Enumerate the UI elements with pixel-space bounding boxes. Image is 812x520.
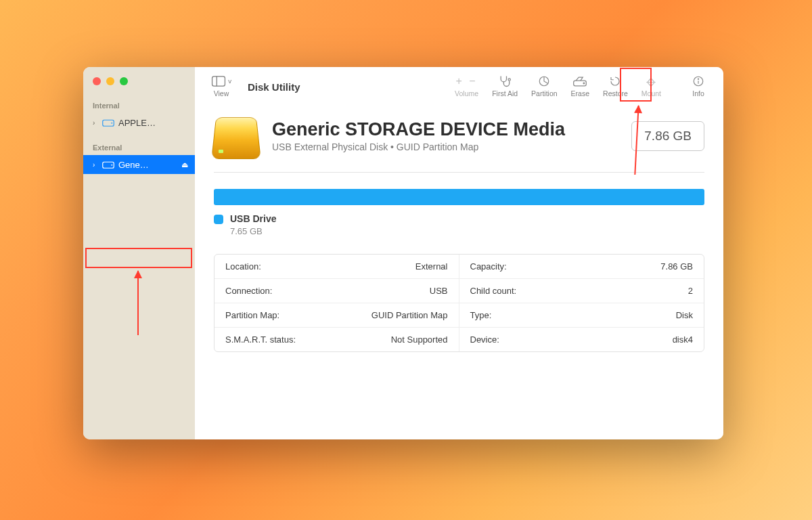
external-disk-icon: [214, 114, 258, 158]
divider: [214, 172, 704, 173]
disk-icon: [102, 160, 114, 169]
info-row: Location:External: [215, 255, 459, 279]
volume-add-remove-button[interactable]: + − Volume: [449, 72, 484, 100]
info-button[interactable]: Info: [684, 72, 713, 100]
sidebar-item-label: APPLE…: [118, 118, 188, 128]
chevron-right-icon: ›: [93, 119, 99, 127]
eraser-disk-icon: [572, 74, 587, 89]
info-row: Child count:2: [459, 279, 704, 303]
pie-chart-icon: [538, 74, 550, 89]
info-row: Device:disk4: [459, 328, 704, 351]
window-title: Disk Utility: [248, 81, 300, 93]
mount-button[interactable]: Mount: [636, 72, 667, 100]
svg-point-3: [111, 165, 112, 166]
disk-icon: [102, 118, 114, 127]
svg-rect-4: [212, 77, 225, 86]
sidebar-item-label: Gene…: [118, 160, 179, 170]
info-table: Location:External Capacity:7.86 GB Conne…: [214, 254, 704, 352]
sidebar-section-internal: Internal: [83, 98, 195, 112]
close-window-button[interactable]: [93, 77, 101, 85]
sidebar-section-external: External: [83, 139, 195, 154]
svg-point-13: [698, 79, 698, 79]
erase-button[interactable]: Erase: [566, 72, 595, 100]
volume-size: 7.65 GB: [230, 226, 276, 236]
info-icon: [692, 74, 704, 89]
sidebar-item-internal-disk[interactable]: › APPLE…: [83, 113, 195, 132]
info-row: Connection:USB: [215, 279, 459, 303]
zoom-window-button[interactable]: [120, 77, 128, 85]
chevron-down-icon: ⅴ: [228, 78, 231, 85]
svg-point-6: [508, 79, 510, 81]
capacity-badge: 7.86 GB: [631, 121, 704, 151]
plus-minus-icon: + −: [456, 74, 478, 89]
disk-utility-window: Internal › APPLE… External › Gene… ⏏: [83, 67, 723, 439]
restore-button[interactable]: Restore: [597, 72, 633, 100]
volume-legend: USB Drive 7.65 GB: [214, 213, 704, 236]
legend-swatch: [214, 215, 223, 224]
disk-subtitle: USB External Physical Disk • GUID Partit…: [272, 142, 618, 152]
toolbar: ⅴ View Disk Utility + − Volume First Aid: [195, 67, 723, 104]
info-row: Partition Map:GUID Partition Map: [215, 303, 459, 328]
sidebar-item-external-disk[interactable]: › Gene… ⏏: [83, 155, 195, 174]
info-row: Capacity:7.86 GB: [459, 255, 704, 279]
first-aid-button[interactable]: First Aid: [487, 72, 523, 100]
svg-point-1: [111, 123, 112, 124]
annotation-arrow-to-sidebar: [137, 271, 139, 335]
main-panel: ⅴ View Disk Utility + − Volume First Aid: [195, 67, 723, 439]
mount-icon: [645, 74, 657, 89]
view-toggle-button[interactable]: ⅴ View: [206, 72, 237, 100]
info-row: Type:Disk: [459, 303, 704, 328]
eject-icon[interactable]: ⏏: [181, 160, 188, 169]
disk-header: Generic STORAGE DEVICE Media USB Externa…: [214, 114, 704, 172]
stethoscope-icon: [498, 74, 512, 89]
storage-usage-bar: [214, 189, 704, 205]
volume-name: USB Drive: [230, 213, 276, 224]
content-area: Generic STORAGE DEVICE Media USB Externa…: [195, 104, 723, 439]
window-controls: [83, 74, 195, 98]
partition-button[interactable]: Partition: [526, 72, 563, 100]
minimize-window-button[interactable]: [106, 77, 114, 85]
sidebar: Internal › APPLE… External › Gene… ⏏: [83, 67, 195, 439]
chevron-right-icon: ›: [93, 161, 99, 169]
disk-title: Generic STORAGE DEVICE Media: [272, 120, 618, 140]
sidebar-layout-icon: ⅴ: [211, 74, 231, 89]
restore-arrow-icon: [609, 74, 621, 89]
svg-point-9: [583, 83, 585, 84]
info-row: S.M.A.R.T. status:Not Supported: [215, 328, 459, 351]
